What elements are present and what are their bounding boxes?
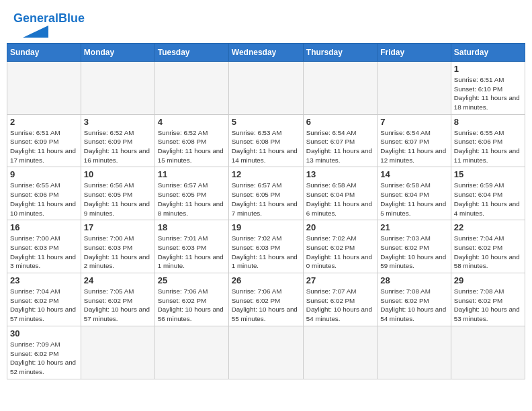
- day-number: 3: [84, 117, 152, 127]
- calendar-cell: 12Sunrise: 6:57 AMSunset: 6:05 PMDayligh…: [228, 167, 303, 220]
- logo-text: GeneralBlue: [13, 12, 85, 26]
- day-info: Sunrise: 6:51 AMSunset: 6:09 PMDaylight:…: [10, 128, 78, 165]
- day-info: Sunrise: 7:06 AMSunset: 6:02 PMDaylight:…: [158, 287, 226, 324]
- day-number: 28: [380, 275, 448, 285]
- col-header-saturday: Saturday: [451, 43, 525, 61]
- day-info: Sunrise: 7:06 AMSunset: 6:02 PMDaylight:…: [232, 287, 300, 324]
- day-number: 20: [306, 222, 374, 232]
- day-info: Sunrise: 7:02 AMSunset: 6:03 PMDaylight:…: [232, 234, 300, 271]
- calendar-cell: 20Sunrise: 7:02 AMSunset: 6:02 PMDayligh…: [303, 220, 377, 273]
- calendar-cell: 27Sunrise: 7:07 AMSunset: 6:02 PMDayligh…: [303, 273, 377, 326]
- day-number: 27: [306, 275, 374, 285]
- calendar-cell: 21Sunrise: 7:03 AMSunset: 6:02 PMDayligh…: [378, 220, 451, 273]
- logo-general: General: [13, 11, 58, 25]
- day-info: Sunrise: 6:55 AMSunset: 6:06 PMDaylight:…: [10, 181, 78, 218]
- page-header: GeneralBlue: [7, 7, 525, 40]
- day-info: Sunrise: 7:07 AMSunset: 6:02 PMDaylight:…: [306, 287, 374, 324]
- day-info: Sunrise: 6:52 AMSunset: 6:08 PMDaylight:…: [158, 128, 226, 165]
- day-info: Sunrise: 6:59 AMSunset: 6:04 PMDaylight:…: [454, 181, 522, 218]
- calendar-cell: [303, 61, 377, 114]
- calendar-cell: [228, 61, 303, 114]
- calendar-week-row: 16Sunrise: 7:00 AMSunset: 6:03 PMDayligh…: [7, 220, 525, 273]
- calendar-cell: 9Sunrise: 6:55 AMSunset: 6:06 PMDaylight…: [7, 167, 81, 220]
- day-number: 21: [380, 222, 448, 232]
- calendar-cell: [154, 61, 228, 114]
- day-info: Sunrise: 6:51 AMSunset: 6:10 PMDaylight:…: [454, 75, 522, 112]
- day-number: 22: [454, 222, 522, 232]
- calendar-cell: 15Sunrise: 6:59 AMSunset: 6:04 PMDayligh…: [451, 167, 525, 220]
- calendar-cell: [451, 326, 525, 379]
- day-info: Sunrise: 6:58 AMSunset: 6:04 PMDaylight:…: [380, 181, 448, 218]
- day-number: 24: [84, 275, 152, 285]
- calendar-cell: [303, 326, 377, 379]
- day-info: Sunrise: 7:03 AMSunset: 6:02 PMDaylight:…: [380, 234, 448, 271]
- calendar-table: SundayMondayTuesdayWednesdayThursdayFrid…: [7, 43, 525, 379]
- col-header-tuesday: Tuesday: [154, 43, 228, 61]
- day-info: Sunrise: 7:08 AMSunset: 6:02 PMDaylight:…: [380, 287, 448, 324]
- calendar-cell: 19Sunrise: 7:02 AMSunset: 6:03 PMDayligh…: [228, 220, 303, 273]
- day-info: Sunrise: 6:56 AMSunset: 6:05 PMDaylight:…: [84, 181, 152, 218]
- day-info: Sunrise: 6:52 AMSunset: 6:09 PMDaylight:…: [84, 128, 152, 165]
- day-number: 12: [232, 169, 300, 179]
- calendar-cell: 22Sunrise: 7:04 AMSunset: 6:02 PMDayligh…: [451, 220, 525, 273]
- day-number: 26: [232, 275, 300, 285]
- day-info: Sunrise: 7:04 AMSunset: 6:02 PMDaylight:…: [10, 287, 78, 324]
- day-info: Sunrise: 7:01 AMSunset: 6:03 PMDaylight:…: [158, 234, 226, 271]
- calendar-week-row: 2Sunrise: 6:51 AMSunset: 6:09 PMDaylight…: [7, 114, 525, 167]
- day-info: Sunrise: 7:09 AMSunset: 6:02 PMDaylight:…: [10, 340, 78, 377]
- day-info: Sunrise: 6:54 AMSunset: 6:07 PMDaylight:…: [306, 128, 374, 165]
- col-header-thursday: Thursday: [303, 43, 377, 61]
- day-number: 2: [10, 117, 78, 127]
- day-number: 8: [454, 117, 522, 127]
- calendar-cell: 5Sunrise: 6:53 AMSunset: 6:08 PMDaylight…: [228, 114, 303, 167]
- day-number: 17: [84, 222, 152, 232]
- calendar-cell: 2Sunrise: 6:51 AMSunset: 6:09 PMDaylight…: [7, 114, 81, 167]
- day-info: Sunrise: 7:08 AMSunset: 6:02 PMDaylight:…: [454, 287, 522, 324]
- calendar-cell: 23Sunrise: 7:04 AMSunset: 6:02 PMDayligh…: [7, 273, 81, 326]
- calendar-cell: 11Sunrise: 6:57 AMSunset: 6:05 PMDayligh…: [154, 167, 228, 220]
- day-info: Sunrise: 7:02 AMSunset: 6:02 PMDaylight:…: [306, 234, 374, 271]
- day-number: 10: [84, 169, 152, 179]
- calendar-week-row: 1Sunrise: 6:51 AMSunset: 6:10 PMDaylight…: [7, 61, 525, 114]
- calendar-week-row: 23Sunrise: 7:04 AMSunset: 6:02 PMDayligh…: [7, 273, 525, 326]
- col-header-sunday: Sunday: [7, 43, 81, 61]
- calendar-header-row: SundayMondayTuesdayWednesdayThursdayFrid…: [7, 43, 525, 61]
- day-number: 19: [232, 222, 300, 232]
- day-info: Sunrise: 7:05 AMSunset: 6:02 PMDaylight:…: [84, 287, 152, 324]
- day-info: Sunrise: 6:58 AMSunset: 6:04 PMDaylight:…: [306, 181, 374, 218]
- calendar-cell: [81, 326, 154, 379]
- calendar-week-row: 9Sunrise: 6:55 AMSunset: 6:06 PMDaylight…: [7, 167, 525, 220]
- day-info: Sunrise: 7:00 AMSunset: 6:03 PMDaylight:…: [10, 234, 78, 271]
- calendar-cell: 24Sunrise: 7:05 AMSunset: 6:02 PMDayligh…: [81, 273, 154, 326]
- calendar-cell: 10Sunrise: 6:56 AMSunset: 6:05 PMDayligh…: [81, 167, 154, 220]
- calendar-cell: 7Sunrise: 6:54 AMSunset: 6:07 PMDaylight…: [378, 114, 451, 167]
- calendar-cell: 30Sunrise: 7:09 AMSunset: 6:02 PMDayligh…: [7, 326, 81, 379]
- logo-blue: Blue: [58, 11, 85, 25]
- calendar-cell: 28Sunrise: 7:08 AMSunset: 6:02 PMDayligh…: [378, 273, 451, 326]
- col-header-monday: Monday: [81, 43, 154, 61]
- day-number: 30: [10, 328, 78, 338]
- day-number: 11: [158, 169, 226, 179]
- calendar-cell: [228, 326, 303, 379]
- calendar-cell: 13Sunrise: 6:58 AMSunset: 6:04 PMDayligh…: [303, 167, 377, 220]
- calendar-cell: 26Sunrise: 7:06 AMSunset: 6:02 PMDayligh…: [228, 273, 303, 326]
- calendar-cell: 4Sunrise: 6:52 AMSunset: 6:08 PMDaylight…: [154, 114, 228, 167]
- day-number: 29: [454, 275, 522, 285]
- calendar-cell: [81, 61, 154, 114]
- calendar-cell: [7, 61, 81, 114]
- day-number: 7: [380, 117, 448, 127]
- calendar-cell: [154, 326, 228, 379]
- calendar-cell: 18Sunrise: 7:01 AMSunset: 6:03 PMDayligh…: [154, 220, 228, 273]
- calendar-cell: 25Sunrise: 7:06 AMSunset: 6:02 PMDayligh…: [154, 273, 228, 326]
- calendar-cell: 1Sunrise: 6:51 AMSunset: 6:10 PMDaylight…: [451, 61, 525, 114]
- logo: GeneralBlue: [13, 12, 85, 38]
- calendar-cell: 6Sunrise: 6:54 AMSunset: 6:07 PMDaylight…: [303, 114, 377, 167]
- calendar-week-row: 30Sunrise: 7:09 AMSunset: 6:02 PMDayligh…: [7, 326, 525, 379]
- col-header-friday: Friday: [378, 43, 451, 61]
- calendar-cell: 8Sunrise: 6:55 AMSunset: 6:06 PMDaylight…: [451, 114, 525, 167]
- day-number: 15: [454, 169, 522, 179]
- day-number: 18: [158, 222, 226, 232]
- day-info: Sunrise: 7:04 AMSunset: 6:02 PMDaylight:…: [454, 234, 522, 271]
- day-info: Sunrise: 7:00 AMSunset: 6:03 PMDaylight:…: [84, 234, 152, 271]
- col-header-wednesday: Wednesday: [228, 43, 303, 61]
